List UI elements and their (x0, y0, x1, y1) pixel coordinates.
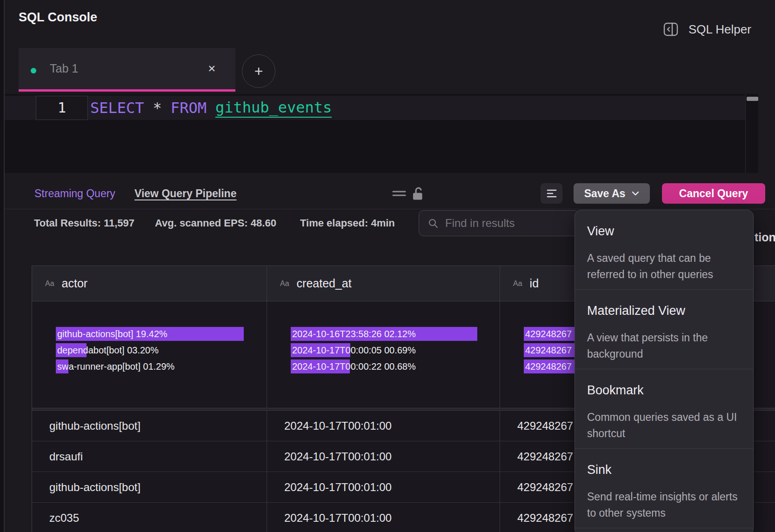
histogram-bar[interactable]: 2024-10-16T23:58:26 02.12% (291, 327, 495, 341)
histogram-actor: github-actions[bot] 19.42% dependabot[bo… (32, 301, 267, 408)
editor-scrollbar-thumb[interactable] (747, 97, 758, 101)
avg-scanned-eps-stat: Avg. scanned EPS: 48.60 (155, 210, 276, 236)
unlock-icon[interactable] (411, 186, 425, 201)
sql-keyword-select: SELECT (90, 99, 144, 117)
histogram-bar[interactable]: 2024-10-17T00:00:05 00.69% (291, 343, 495, 357)
view-query-pipeline-link[interactable]: View Query Pipeline (134, 183, 236, 204)
search-input[interactable] (445, 217, 557, 230)
section-divider (5, 209, 775, 209)
cancel-query-button[interactable]: Cancel Query (662, 183, 765, 204)
string-type-icon: Aa (45, 279, 54, 288)
resize-handle-icon[interactable] (392, 190, 406, 197)
histogram-bar[interactable]: github-actions[bot] 19.42% (56, 327, 261, 341)
format-lines-icon (547, 189, 557, 198)
sql-helper-label: SQL Helper (688, 22, 751, 37)
menu-item-sink[interactable]: Sink Send real-time insights or alerts t… (575, 449, 753, 528)
find-in-results-search[interactable] (419, 210, 579, 236)
editor-code-line[interactable]: SELECT * FROM github_events (90, 96, 332, 120)
save-as-button[interactable]: Save As (574, 183, 650, 204)
menu-item-materialized-view[interactable]: Materialized View A view that persists i… (575, 290, 753, 369)
sql-table-reference-link[interactable]: github_events (215, 99, 332, 118)
sql-console-screen: SQL Console SQL Helper Tab 1 ✕ + 1 SELEC… (0, 0, 775, 532)
histogram-created-at: 2024-10-16T23:58:26 02.12% 2024-10-17T00… (267, 301, 500, 408)
column-header-actor[interactable]: Aa actor (32, 266, 267, 301)
sidebar-collapse-icon (662, 21, 679, 38)
page-title: SQL Console (19, 10, 97, 25)
add-tab-button[interactable]: + (242, 54, 275, 88)
search-icon (428, 218, 439, 229)
total-results-stat: Total Results: 11,597 (34, 210, 134, 236)
chevron-down-icon (632, 191, 639, 196)
panel-left-border (4, 0, 5, 532)
string-type-icon: Aa (513, 279, 522, 288)
sql-keyword-from: FROM (171, 99, 207, 117)
histogram-bar[interactable]: dependabot[bot] 03.20% (56, 343, 261, 357)
save-as-label: Save As (584, 187, 626, 200)
tab-label: Tab 1 (50, 48, 78, 89)
menu-item-view[interactable]: View A saved query that can be referred … (575, 210, 753, 290)
close-tab-icon[interactable]: ✕ (207, 48, 216, 89)
clipped-right-label: tion (755, 231, 775, 244)
menu-item-bookmark[interactable]: Bookmark Common queries saved as a UI sh… (575, 369, 753, 449)
time-elapsed-stat: Time elapsed: 4min (300, 210, 395, 236)
tab-status-dot (31, 68, 36, 73)
histogram-bar[interactable]: swa-runner-app[bot] 01.29% (56, 359, 261, 373)
active-tab-indicator (19, 89, 235, 92)
editor-scrollbar-track (745, 94, 746, 173)
string-type-icon: Aa (280, 279, 289, 288)
sql-helper-button[interactable]: SQL Helper (662, 21, 751, 38)
sql-star-operator: * (153, 99, 162, 117)
streaming-query-label[interactable]: Streaming Query (34, 183, 115, 204)
format-sql-button[interactable] (541, 183, 562, 204)
column-header-created-at[interactable]: Aa created_at (267, 266, 500, 301)
editor-line-number: 1 (36, 96, 88, 120)
histogram-bar[interactable]: 2024-10-17T00:00:22 00.68% (291, 359, 495, 373)
save-as-dropdown-menu: View A saved query that can be referred … (575, 210, 754, 532)
panel-left-edge (0, 0, 4, 532)
tab-1[interactable]: Tab 1 ✕ (19, 48, 235, 92)
